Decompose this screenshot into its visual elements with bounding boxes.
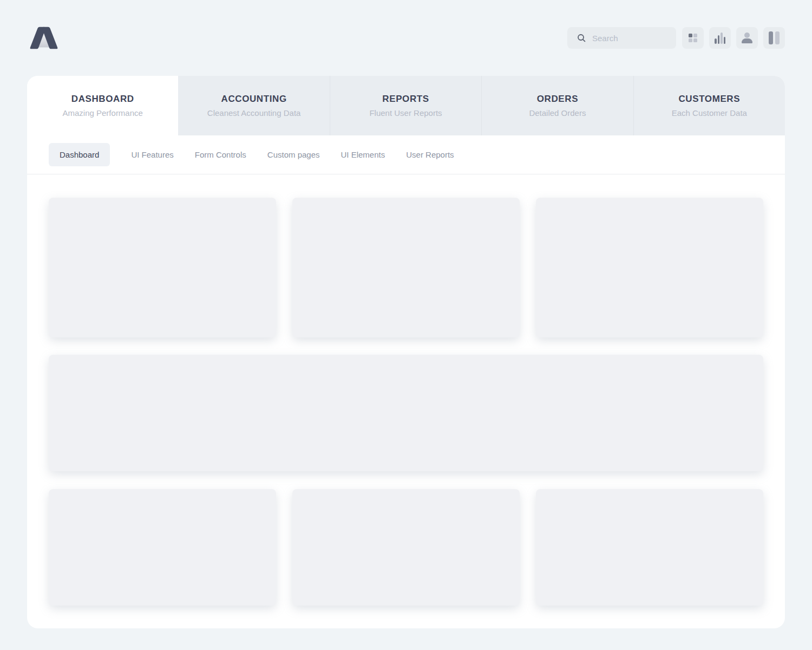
subnav-item-user-reports[interactable]: User Reports — [406, 143, 454, 166]
main-panel: DASHBOARD Amazing Performance ACCOUNTING… — [27, 76, 785, 628]
tab-title: DASHBOARD — [71, 94, 134, 105]
columns-view-button[interactable] — [763, 27, 785, 49]
placeholder-card — [49, 489, 276, 606]
placeholder-card — [49, 198, 276, 337]
analytics-button[interactable] — [709, 27, 731, 49]
subnav-item-ui-features[interactable]: UI Features — [131, 143, 173, 166]
card-row-bottom — [49, 489, 763, 606]
placeholder-card — [292, 198, 520, 337]
grid-icon — [689, 34, 697, 42]
placeholder-card — [292, 489, 520, 606]
columns-icon — [769, 31, 780, 44]
tab-subtitle: Fluent User Reports — [369, 108, 442, 118]
section-tabs: DASHBOARD Amazing Performance ACCOUNTING… — [27, 76, 785, 135]
app-header — [0, 0, 812, 76]
card-row-top — [49, 198, 763, 337]
placeholder-card — [536, 489, 763, 606]
tab-title: CUSTOMERS — [678, 94, 740, 105]
tab-customers[interactable]: CUSTOMERS Each Customer Data — [633, 76, 785, 135]
grid-layout-button[interactable] — [682, 27, 704, 49]
tab-title: REPORTS — [382, 94, 429, 105]
tab-subtitle: Each Customer Data — [672, 108, 747, 118]
search-icon — [577, 34, 586, 42]
tab-reports[interactable]: REPORTS Fluent User Reports — [330, 76, 481, 135]
user-icon — [742, 32, 752, 43]
tab-title: ORDERS — [537, 94, 578, 105]
tab-orders[interactable]: ORDERS Detailed Orders — [481, 76, 633, 135]
placeholder-card — [536, 198, 763, 337]
tab-subtitle: Detailed Orders — [529, 108, 586, 118]
dashboard-content — [27, 174, 785, 628]
tab-subtitle: Amazing Performance — [63, 108, 143, 118]
sub-navigation: Dashboard UI Features Form Controls Cust… — [27, 135, 785, 174]
tab-title: ACCOUNTING — [221, 94, 287, 105]
tab-accounting[interactable]: ACCOUNTING Cleanest Accounting Data — [178, 76, 329, 135]
header-actions — [567, 27, 785, 49]
subnav-item-custom-pages[interactable]: Custom pages — [267, 143, 320, 166]
placeholder-card-wide — [49, 355, 763, 471]
subnav-item-form-controls[interactable]: Form Controls — [195, 143, 246, 166]
tab-dashboard[interactable]: DASHBOARD Amazing Performance — [27, 76, 178, 135]
search-input[interactable] — [592, 34, 668, 43]
brand-logo[interactable] — [28, 25, 60, 50]
subnav-item-ui-elements[interactable]: UI Elements — [341, 143, 385, 166]
bar-chart-icon — [715, 32, 725, 44]
subnav-item-dashboard[interactable]: Dashboard — [49, 143, 110, 166]
profile-button[interactable] — [736, 27, 758, 49]
search-box[interactable] — [567, 27, 676, 49]
tab-subtitle: Cleanest Accounting Data — [207, 108, 301, 118]
